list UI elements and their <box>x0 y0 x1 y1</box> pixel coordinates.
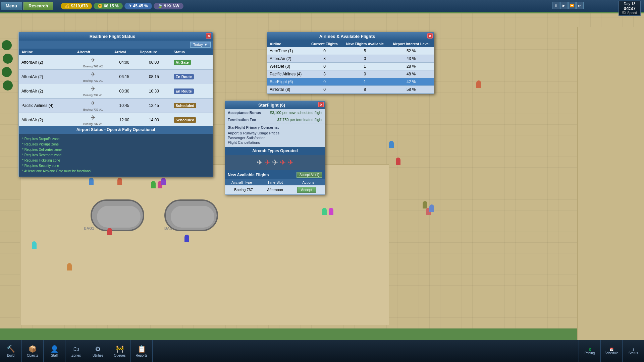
pricing-btn-label: Pricing <box>585 351 595 355</box>
person-1 <box>89 178 94 185</box>
flight-departure-3: 12:45 <box>137 99 171 113</box>
fast-button[interactable]: ⏩ <box>568 2 576 9</box>
utilities-btn[interactable]: ⚙ Utilities <box>87 340 109 362</box>
airline-new-2: 1 <box>342 63 388 70</box>
flight-row-0[interactable]: AffordAir (2) ✈ Boeing 767 A2 04:00 06:0… <box>19 55 213 70</box>
top-bar: Menu Research 💰 $219,678 😊 68.15 % ✈ 45.… <box>0 0 644 12</box>
flight-row-4[interactable]: AffordAir (2) ✈ Boeing 737 A1 12:00 14:0… <box>19 113 213 126</box>
objects-btn[interactable]: 📦 Objects <box>22 340 44 362</box>
new-flights-title: New Available Flights <box>228 173 269 177</box>
schedule-btn-label: Schedule <box>604 351 619 355</box>
zones-btn[interactable]: 🗂 Zones <box>65 340 87 362</box>
flight-airline-2: AffordAir (2) <box>19 84 74 99</box>
pricing-btn[interactable]: 💲 Pricing <box>579 340 600 362</box>
flight-departure-4: 14:00 <box>137 113 171 126</box>
requirement-item: * At least one Airplane Gate must be fun… <box>22 169 209 174</box>
terminal-floor <box>20 164 389 325</box>
person-6 <box>107 228 112 235</box>
aircraft-3: ✈ <box>272 158 278 167</box>
person-r3 <box>396 158 400 165</box>
fastest-button[interactable]: ⏭ <box>576 2 584 9</box>
airlines-title: Airlines & Available Flights <box>319 34 375 39</box>
person-3 <box>151 181 156 188</box>
bottom-right-btns: 💲 Pricing 📅 Schedule ℹ Status <box>579 340 644 362</box>
research-button[interactable]: Research <box>23 2 53 10</box>
zones-btn-icon: 🗂 <box>73 345 79 353</box>
flight-table-container[interactable]: Airline Aircraft Arrival Departure Statu… <box>19 49 213 126</box>
airline-row-4[interactable]: StarFlight (6) 0 1 42 % <box>267 78 434 86</box>
staff-btn[interactable]: 👤 Staff <box>44 340 65 362</box>
fc-actions: Actions <box>292 179 325 185</box>
today-dropdown[interactable]: Today ▼ <box>190 42 211 48</box>
flight-row-2[interactable]: AffordAir (2) ✈ Boeing 737 A1 08:30 10:3… <box>19 84 213 99</box>
nf-slot-0: Afternoon <box>259 188 291 192</box>
flight-table: Airline Aircraft Arrival Departure Statu… <box>19 49 213 126</box>
airline-col-interest: Airport Interest Level <box>388 41 434 47</box>
airline-row-2[interactable]: WestJet (3) 0 1 28 % <box>267 63 434 70</box>
airline-row-3[interactable]: Pacific Airlines (4) 3 0 48 % <box>267 70 434 78</box>
reports-btn[interactable]: 📋 Reports <box>131 340 153 362</box>
airline-new-4: 1 <box>342 78 388 86</box>
happiness-value: 68.15 % <box>104 4 119 8</box>
chevron-down-icon: ▼ <box>204 43 208 47</box>
build-btn[interactable]: 🔨 Build <box>0 340 22 362</box>
flight-row-3[interactable]: Pacific Airlines (4) ✈ Boeing 737 A1 10:… <box>19 99 213 113</box>
menu-button[interactable]: Menu <box>1 2 22 10</box>
flight-status-2: En Route <box>171 84 213 99</box>
airline-interest-1: 43 % <box>388 55 434 63</box>
airline-row-5[interactable]: AireStar (8) 0 8 58 % <box>267 86 434 94</box>
flight-aircraft-4: ✈ Boeing 737 A1 <box>74 113 112 126</box>
flight-airline-3: Pacific Airlines (4) <box>19 99 74 113</box>
fc-slot: Time Slot <box>258 179 291 185</box>
fc-type: Aircraft Type <box>225 179 258 185</box>
airline-name-3: Pacific Airlines (4) <box>267 70 307 78</box>
acceptance-bonus-label: Acceptance Bonus <box>228 111 261 115</box>
play-button[interactable]: ▶ <box>560 2 568 9</box>
flight-row-1[interactable]: AffordAir (2) ✈ Boeing 737 A1 06:15 08:1… <box>19 70 213 84</box>
airline-current-5: 0 <box>307 86 341 94</box>
col-status: Status <box>171 49 213 55</box>
queues-btn[interactable]: 🚧 Queues <box>109 340 131 362</box>
flight-departure-1: 08:15 <box>137 70 171 84</box>
aircraft-types-header: Aircraft Types Operated <box>225 147 325 155</box>
starflight-close[interactable]: ✕ <box>318 102 324 107</box>
pct-value: 45.45 % <box>133 4 148 8</box>
carousel-2 <box>164 199 218 231</box>
new-flights-header: New Available Flights Accept All (1) <box>225 170 325 179</box>
person-7 <box>184 235 189 242</box>
concerns-list: Airport & Runway Usage PricesPassenger S… <box>228 131 322 145</box>
person-r2 <box>389 141 394 148</box>
accept-flight-button-0[interactable]: Accept <box>297 187 316 193</box>
reports-btn-icon: 📋 <box>138 345 146 353</box>
time-label: 04:37 <box>622 6 637 11</box>
happy-icon: 😊 <box>98 4 103 8</box>
airline-row-1[interactable]: AffordAir (2) 8 0 43 % <box>267 55 434 63</box>
accept-all-button[interactable]: Accept All (1) <box>297 172 322 178</box>
wind-value: 9 Kt NW <box>164 4 179 8</box>
requirement-item: * Requires Dropoffs zone <box>22 136 209 142</box>
airlines-close[interactable]: ✕ <box>427 33 433 39</box>
col-arrival: Arrival <box>112 49 137 55</box>
bag-label-1: BAG1 <box>84 226 94 230</box>
flight-status-1: En Route <box>171 70 213 84</box>
airline-current-3: 3 <box>307 70 341 78</box>
tree-1 <box>2 40 12 50</box>
pause-button[interactable]: ⏸ <box>552 2 559 9</box>
person-r4 <box>322 208 327 215</box>
money-icon: 💰 <box>65 4 70 8</box>
airline-current-4: 0 <box>307 78 341 86</box>
person-2 <box>117 178 122 185</box>
flight-status-4: Scheduled <box>171 113 213 126</box>
status-btn[interactable]: ℹ Status <box>622 340 644 362</box>
airline-row-0[interactable]: AeroTime (1) 0 5 52 % <box>267 47 434 55</box>
airline-col-current: Current Flights <box>307 41 341 47</box>
money-stat: 💰 $219,678 <box>61 3 92 9</box>
flight-status-close[interactable]: ✕ <box>206 33 211 39</box>
concern-item-2: Flight Cancellations <box>228 140 322 145</box>
requirement-item: * Requires Security zone <box>22 163 209 169</box>
status-btn-label: Status <box>629 351 638 355</box>
status-btn-icon: ℹ <box>633 348 634 351</box>
pricing-btn-icon: 💲 <box>588 348 592 351</box>
person-r6 <box>423 201 427 208</box>
schedule-btn[interactable]: 📅 Schedule <box>600 340 622 362</box>
